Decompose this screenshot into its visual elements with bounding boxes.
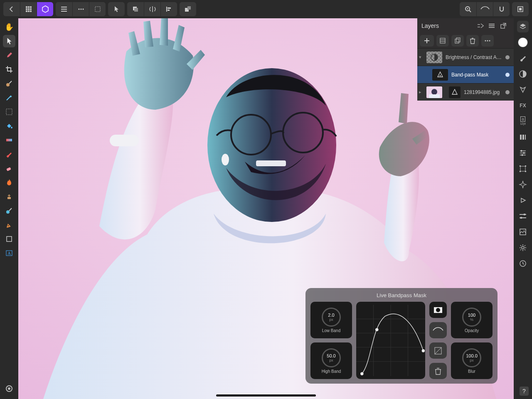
clock-studio-icon[interactable] [517, 258, 529, 269]
arrange-button[interactable] [127, 2, 144, 16]
svg-rect-15 [95, 7, 100, 12]
flood-fill-tool[interactable] [3, 120, 15, 132]
fullscreen-button[interactable] [512, 2, 529, 16]
svg-point-47 [8, 387, 10, 390]
opacity-knob[interactable]: 100 % Opacity [451, 302, 493, 338]
align-button[interactable] [160, 2, 177, 16]
reset-curve-button[interactable] [429, 342, 447, 359]
sliders-studio-icon[interactable] [517, 210, 529, 222]
magic-wand-tool[interactable] [3, 91, 15, 104]
topbar [0, 0, 532, 18]
layer-more-button[interactable] [481, 35, 494, 47]
svg-rect-27 [519, 8, 522, 10]
selection-brush-tool[interactable] [3, 77, 15, 90]
stock-studio-icon[interactable] [517, 131, 529, 143]
pan-tool[interactable]: ✋ [3, 21, 15, 33]
persona-photo-button[interactable] [37, 2, 53, 16]
popout-icon[interactable] [500, 23, 510, 29]
layers-studio-icon[interactable] [517, 21, 529, 32]
move-tool-toggle[interactable] [108, 2, 125, 16]
delete-layer-button[interactable] [466, 35, 479, 47]
low-band-knob[interactable]: 2.0 px Low Band [310, 302, 352, 338]
svg-rect-57 [522, 154, 523, 156]
pen-tool[interactable] [3, 219, 15, 231]
svg-rect-8 [30, 10, 32, 12]
layer-row-adjustment[interactable]: ▾ Brightness / Contrast Adj... [417, 48, 514, 66]
preview-toggle[interactable] [429, 322, 447, 338]
color-studio-icon[interactable] [517, 37, 529, 48]
more-menu-button[interactable] [72, 2, 89, 16]
duplicate-layer-button[interactable] [451, 35, 464, 47]
color-picker-tool[interactable] [3, 49, 15, 62]
navigator-studio-icon[interactable] [517, 179, 529, 190]
text-tool[interactable]: A [3, 247, 15, 259]
svg-rect-94 [429, 94, 440, 98]
layers-panel: Layers ▾ Brightness / C [417, 18, 514, 101]
left-toolbar: ✋ A [0, 18, 18, 399]
help-button[interactable]: ? [520, 387, 529, 396]
prefs-studio-icon[interactable] [517, 242, 529, 254]
delete-mask-button[interactable] [429, 363, 447, 379]
svg-rect-59 [520, 165, 521, 167]
healing-brush-tool[interactable] [3, 204, 15, 217]
zoom-button[interactable] [460, 2, 476, 16]
chevron-down-icon[interactable]: ▾ [417, 54, 423, 60]
selection-mode-button[interactable] [89, 2, 106, 16]
snapping-button[interactable] [493, 2, 510, 16]
text-studio-icon[interactable]: a12pt [517, 116, 529, 127]
add-layer-button[interactable] [420, 35, 434, 47]
burn-tool[interactable] [3, 176, 15, 189]
gradient-tool[interactable] [3, 134, 15, 146]
insert-button[interactable] [180, 2, 196, 16]
channels-studio-icon[interactable] [517, 147, 529, 159]
transform-studio-icon[interactable] [517, 163, 529, 175]
history-studio-icon[interactable] [517, 84, 529, 96]
back-button[interactable] [3, 2, 20, 16]
layer-name: 1281994885.jpg [464, 89, 505, 95]
bandpass-curve[interactable] [356, 302, 425, 379]
brushes-studio-icon[interactable] [517, 52, 529, 64]
macro-studio-icon[interactable] [517, 195, 529, 206]
svg-point-102 [360, 372, 363, 375]
clone-tool[interactable] [3, 190, 15, 203]
flip-button[interactable] [144, 2, 160, 16]
collapse-icon[interactable] [477, 23, 486, 28]
move-tool[interactable] [3, 35, 15, 47]
svg-rect-65 [524, 214, 525, 215]
layer-row-mask[interactable]: ▸ Band-pass Mask [417, 66, 514, 83]
chevron-right-icon[interactable]: ▸ [417, 89, 423, 95]
svg-rect-36 [6, 109, 12, 115]
crop-tool[interactable] [3, 63, 15, 76]
svg-rect-51 [525, 135, 526, 140]
preview-button[interactable] [476, 2, 493, 16]
erase-tool[interactable] [3, 162, 15, 175]
layer-name: Brightness / Contrast Adj... [446, 54, 505, 60]
blur-knob[interactable]: 100.0 px Blur [451, 342, 493, 379]
svg-rect-7 [28, 10, 30, 12]
layer-row-image[interactable]: ▸ 1281994885.jpg [417, 83, 514, 101]
visibility-dot[interactable] [505, 55, 510, 59]
visibility-dot[interactable] [505, 73, 510, 77]
visibility-dot[interactable] [505, 90, 510, 94]
marquee-tool[interactable] [3, 106, 15, 118]
document-grid-button[interactable] [20, 2, 37, 16]
svg-point-42 [8, 225, 9, 226]
svg-line-24 [469, 10, 471, 12]
list-view-icon[interactable] [489, 23, 498, 28]
svg-point-87 [485, 40, 486, 42]
svg-rect-43 [7, 236, 12, 241]
svg-point-104 [422, 349, 425, 352]
fx-studio-icon[interactable]: FX [517, 100, 529, 111]
high-band-knob[interactable]: 50.0 px High Band [310, 342, 352, 379]
metadata-studio-icon[interactable] [517, 226, 529, 238]
adjustments-studio-icon[interactable] [517, 68, 529, 80]
monochrome-toggle[interactable] [429, 302, 447, 318]
svg-rect-58 [520, 166, 525, 171]
shape-tool[interactable] [3, 233, 15, 245]
svg-rect-5 [30, 8, 32, 10]
bandpass-panel[interactable]: Live Bandpass Mask 2.0 px Low Band 50.0 … [305, 288, 498, 384]
paint-brush-tool[interactable] [3, 148, 15, 160]
layer-opts-button[interactable] [436, 35, 449, 47]
quick-mask-toggle[interactable] [3, 382, 15, 395]
main-menu-button[interactable] [56, 2, 72, 16]
